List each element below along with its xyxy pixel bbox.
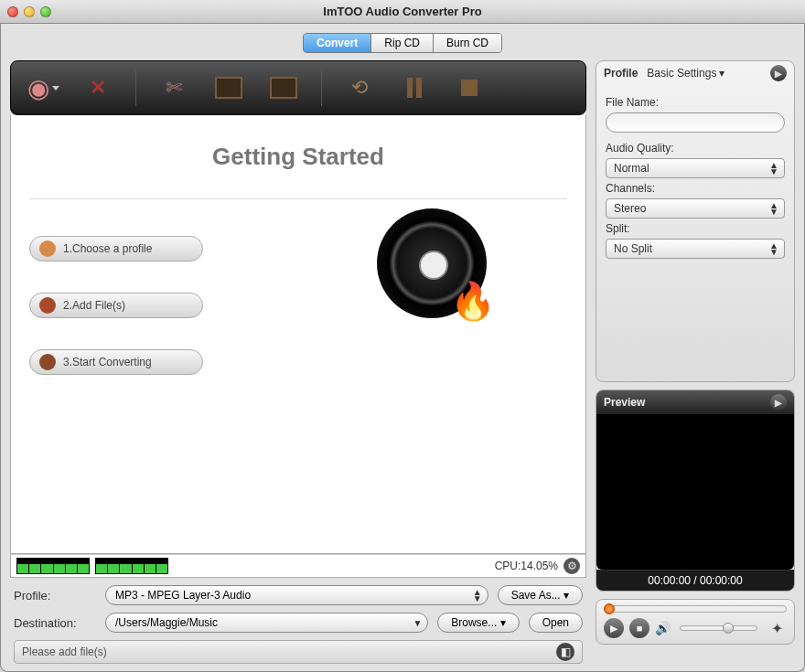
profile-select[interactable]: MP3 - MPEG Layer-3 Audio▲▼ (105, 585, 488, 605)
preview-panel: Preview ▶ 00:00:00 / 00:00:00 (596, 389, 795, 592)
channels-select[interactable]: Stereo▲▼ (606, 198, 785, 219)
updown-icon: ▲▼ (473, 589, 482, 602)
tab-convert[interactable]: Convert (304, 34, 371, 52)
audio-quality-label: Audio Quality: (606, 142, 785, 155)
preview-viewport (596, 414, 794, 570)
updown-icon: ▲▼ (769, 202, 778, 215)
split-label: Split: (606, 222, 785, 235)
titlebar: ImTOO Audio Converter Pro (0, 0, 805, 24)
step-label: 3.Start Converting (63, 356, 152, 368)
clip-button-2[interactable] (266, 70, 301, 105)
browse-button[interactable]: Browse... ▾ (437, 613, 519, 633)
flame-icon: 🔥 (450, 280, 496, 323)
channels-label: Channels: (606, 182, 785, 195)
delete-button[interactable]: ✕ (80, 70, 115, 105)
close-icon[interactable] (7, 6, 18, 17)
separator (321, 69, 322, 106)
profile-value: MP3 - MPEG Layer-3 Audio (115, 589, 251, 602)
window-controls (7, 6, 51, 17)
step-add-files[interactable]: 2.Add File(s) (29, 293, 203, 318)
step-label: 1.Choose a profile (63, 242, 152, 255)
minimize-icon[interactable] (24, 6, 35, 17)
stop-button[interactable] (452, 70, 487, 105)
audio-quality-select[interactable]: Normal▲▼ (606, 158, 785, 178)
profile-panel-title: Profile (604, 67, 638, 80)
step-label: 2.Add File(s) (63, 299, 125, 312)
cpu-settings-button[interactable]: ⚙ (564, 558, 580, 574)
tab-rip-cd[interactable]: Rip CD (371, 34, 434, 52)
volume-slider[interactable] (680, 625, 757, 631)
filename-input[interactable] (606, 112, 785, 133)
volume-icon: 🔊 (655, 621, 671, 635)
destination-value: /Users/Maggie/Music (115, 616, 218, 629)
cpu-meter-1 (16, 558, 90, 574)
window-title: ImTOO Audio Converter Pro (323, 5, 481, 18)
convert-step-icon (39, 354, 56, 370)
separator (135, 69, 136, 106)
preview-panel-title: Preview (604, 396, 645, 409)
updown-icon: ▲▼ (769, 242, 778, 255)
add-files-step-icon (39, 297, 56, 314)
cpu-label: CPU:14.05% (495, 560, 558, 572)
snapshot-button[interactable]: ✦ (767, 618, 787, 638)
cut-button[interactable]: ✄ (156, 70, 191, 105)
chevron-down-icon: ▾ (719, 67, 724, 80)
split-select[interactable]: No Split▲▼ (606, 239, 785, 259)
preview-time: 00:00:00 / 00:00:00 (596, 570, 794, 591)
disc-artwork: 🔥 (377, 208, 487, 318)
destination-select[interactable]: /Users/Maggie/Music▼ (105, 613, 428, 633)
play-button[interactable]: ▶ (604, 618, 624, 638)
clip-button-1[interactable] (211, 70, 246, 105)
chevron-down-icon: ▼ (413, 620, 422, 626)
window-body: Convert Rip CD Burn CD ◉ ✕ ✄ ⟲ Getting S… (0, 24, 805, 672)
volume-knob[interactable] (723, 623, 734, 634)
updown-icon: ▲▼ (769, 162, 778, 175)
pause-button[interactable] (397, 70, 432, 105)
profile-step-icon (39, 240, 56, 257)
profile-label: Profile: (14, 589, 96, 603)
seek-slider[interactable] (604, 605, 787, 613)
zoom-icon[interactable] (40, 6, 51, 17)
tab-burn-cd[interactable]: Burn CD (434, 34, 501, 52)
open-button[interactable]: Open (529, 613, 583, 633)
step-choose-profile[interactable]: 1.Choose a profile (29, 236, 203, 261)
filename-label: File Name: (606, 96, 785, 109)
seek-knob[interactable] (604, 603, 615, 614)
output-form: Profile: MP3 - MPEG Layer-3 Audio▲▼ Save… (10, 578, 586, 667)
status-message: Please add file(s) (22, 645, 107, 658)
panel-collapse-button[interactable]: ▶ (770, 65, 787, 81)
save-as-button[interactable]: Save As... ▾ (498, 585, 583, 605)
cpu-row: CPU:14.05% ⚙ (10, 554, 586, 578)
player-stop-button[interactable]: ■ (629, 618, 649, 638)
stage-heading: Getting Started (11, 143, 585, 171)
profile-panel: Profile Basic Settings▾ ▶ File Name: Aud… (596, 60, 795, 382)
undo-button[interactable]: ⟲ (342, 70, 377, 105)
cpu-meter-2 (95, 558, 168, 574)
stage: Getting Started 1.Choose a profile 2.Add… (10, 115, 586, 554)
step-start-converting[interactable]: 3.Start Converting (29, 349, 203, 375)
player-controls: ▶ ■ 🔊 ✦ (596, 599, 795, 645)
panel-collapse-button[interactable]: ▶ (770, 394, 787, 411)
basic-settings-dropdown[interactable]: Basic Settings▾ (647, 67, 724, 80)
main-toolbar: ◉ ✕ ✄ ⟲ (10, 60, 586, 115)
add-media-button[interactable]: ◉ (26, 70, 60, 105)
mode-tabbar: Convert Rip CD Burn CD (10, 33, 795, 53)
status-action-button[interactable]: ◧ (556, 643, 574, 661)
chevron-down-icon (52, 86, 59, 91)
status-bar: Please add file(s) ◧ (14, 640, 583, 664)
destination-label: Destination: (14, 616, 96, 630)
